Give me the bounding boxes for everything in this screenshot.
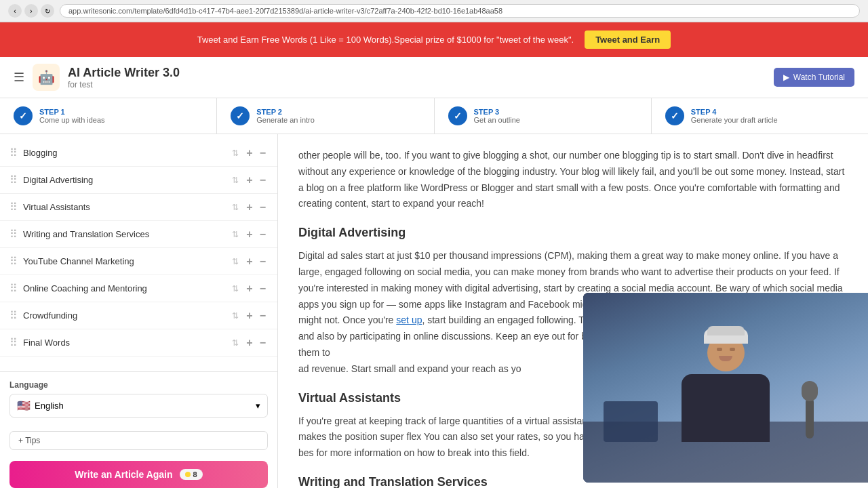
add-button[interactable]: +: [244, 147, 254, 159]
remove-button[interactable]: −: [258, 337, 268, 349]
token-count: 8: [193, 470, 197, 479]
language-value: English: [35, 401, 64, 411]
blogging-section: other people will be, too. If you want t…: [298, 148, 848, 212]
token-dot-icon: [185, 472, 191, 477]
drag-handle-icon: ⠿: [9, 309, 18, 322]
drag-handle-icon: ⠿: [9, 255, 18, 268]
sidebar-item-translation-services[interactable]: ⠿ Writing and Translation Services ⇅ + −: [0, 221, 277, 248]
write-again-button[interactable]: Write an Article Again 8: [9, 461, 268, 488]
step-2[interactable]: ✓ STEP 2 Generate an intro: [217, 98, 434, 134]
add-button[interactable]: +: [244, 310, 254, 322]
steps-bar: ✓ STEP 1 Come up with ideas ✓ STEP 2 Gen…: [0, 98, 868, 134]
add-button[interactable]: +: [244, 256, 254, 268]
watch-tutorial-button[interactable]: ▶ Watch Tutorial: [774, 68, 854, 87]
write-again-label: Write an Article Again: [75, 469, 172, 480]
drag-handle-icon: ⠿: [9, 174, 18, 186]
remove-button[interactable]: −: [258, 256, 268, 268]
flag-icon: 🇺🇸: [17, 399, 31, 412]
reorder-arrows: ⇅: [232, 148, 239, 158]
sidebar-item-youtube-marketing[interactable]: ⠿ YouTube Channel Marketing ⇅ + −: [0, 248, 277, 275]
sidebar-scroll: ⠿ Blogging ⇅ + − ⠿ Digital Advertising ⇅…: [0, 134, 277, 371]
step-3[interactable]: ✓ STEP 3 Get an outline: [435, 98, 652, 134]
blogging-para: other people will be, too. If you want t…: [298, 148, 848, 212]
banner-text: Tweet and Earn Free Words (1 Like = 100 …: [197, 35, 574, 45]
tips-button[interactable]: + Tips: [9, 431, 268, 450]
reorder-arrows: ⇅: [232, 311, 239, 321]
remove-button[interactable]: −: [258, 283, 268, 295]
app-title: AI Article Writer 3.0: [68, 66, 766, 80]
language-label: Language: [9, 380, 268, 390]
drag-handle-icon: ⠿: [9, 336, 18, 349]
sidebar-item-blogging[interactable]: ⠿ Blogging ⇅ + −: [0, 140, 277, 167]
content-area: other people will be, too. If you want t…: [278, 134, 868, 488]
top-banner: Tweet and Earn Free Words (1 Like = 100 …: [0, 22, 868, 57]
sidebar-item-crowdfunding[interactable]: ⠿ Crowdfunding ⇅ + −: [0, 302, 277, 329]
drag-handle-icon: ⠿: [9, 201, 18, 214]
add-button[interactable]: +: [244, 174, 254, 186]
language-section: Language 🇺🇸 English ▾: [0, 371, 277, 426]
drag-handle-icon: ⠿: [9, 228, 18, 241]
reorder-arrows: ⇅: [232, 176, 239, 185]
reorder-arrows: ⇅: [232, 230, 239, 239]
drag-handle-icon: ⠿: [9, 282, 18, 295]
item-actions: + −: [244, 147, 268, 159]
step-3-info: STEP 3 Get an outline: [474, 108, 521, 124]
browser-nav: ‹ › ↻: [8, 4, 54, 18]
language-select[interactable]: 🇺🇸 English ▾: [9, 394, 268, 418]
drag-handle-icon: ⠿: [9, 146, 18, 159]
sidebar-item-online-coaching[interactable]: ⠿ Online Coaching and Mentoring ⇅ + −: [0, 275, 277, 302]
video-overlay: [583, 293, 868, 483]
app-logo: 🤖: [33, 64, 60, 91]
remove-button[interactable]: −: [258, 201, 268, 214]
step-2-check: ✓: [231, 106, 250, 125]
step-3-check: ✓: [448, 106, 467, 125]
step-1[interactable]: ✓ STEP 1 Come up with ideas: [0, 98, 217, 134]
video-icon: ▶: [783, 73, 789, 82]
item-actions: + −: [244, 310, 268, 322]
sidebar: ⠿ Blogging ⇅ + − ⠿ Digital Advertising ⇅…: [0, 134, 278, 488]
sidebar-item-virtual-assistants[interactable]: ⠿ Virtual Assistants ⇅ + −: [0, 194, 277, 221]
sidebar-item-final-words[interactable]: ⠿ Final Words ⇅ + −: [0, 329, 277, 357]
back-button[interactable]: ‹: [8, 4, 22, 18]
remove-button[interactable]: −: [258, 310, 268, 322]
add-button[interactable]: +: [244, 283, 254, 295]
remove-button[interactable]: −: [258, 174, 268, 186]
app-header: ☰ 🤖 AI Article Writer 3.0 for test ▶ Wat…: [0, 57, 868, 98]
app-title-block: AI Article Writer 3.0 for test: [68, 66, 766, 89]
chevron-down-icon: ▾: [256, 401, 260, 411]
remove-button[interactable]: −: [258, 228, 268, 241]
token-badge: 8: [180, 469, 203, 480]
reorder-arrows: ⇅: [232, 203, 239, 212]
remove-button[interactable]: −: [258, 147, 268, 159]
video-person: [583, 293, 868, 483]
digital-advertising-heading: Digital Advertising: [298, 226, 848, 240]
step-4-check: ✓: [665, 106, 684, 125]
url-bar[interactable]: app.writesonic.com/template/6dfd4d1b-c41…: [60, 4, 860, 18]
reorder-arrows: ⇅: [232, 257, 239, 266]
step-1-info: STEP 1 Come up with ideas: [39, 108, 105, 124]
step-4-info: STEP 4 Generate your draft article: [691, 108, 778, 124]
item-actions: + −: [244, 256, 268, 268]
forward-button[interactable]: ›: [24, 4, 38, 18]
tweet-earn-button[interactable]: Tweet and Earn: [585, 30, 671, 49]
reorder-arrows: ⇅: [232, 284, 239, 293]
sidebar-item-digital-advertising[interactable]: ⠿ Digital Advertising ⇅ + −: [0, 167, 277, 194]
app-subtitle: for test: [68, 80, 766, 89]
language-display: 🇺🇸 English: [17, 399, 64, 412]
add-button[interactable]: +: [244, 228, 254, 241]
menu-icon[interactable]: ☰: [14, 70, 24, 85]
item-actions: + −: [244, 337, 268, 349]
add-button[interactable]: +: [244, 337, 254, 349]
step-4[interactable]: ✓ STEP 4 Generate your draft article: [652, 98, 868, 134]
add-button[interactable]: +: [244, 201, 254, 214]
reorder-arrows: ⇅: [232, 338, 239, 348]
setup-link[interactable]: set up: [396, 314, 422, 325]
browser-bar: ‹ › ↻ app.writesonic.com/template/6dfd4d…: [0, 0, 868, 22]
item-actions: + −: [244, 283, 268, 295]
item-actions: + −: [244, 228, 268, 241]
refresh-button[interactable]: ↻: [41, 4, 54, 18]
item-actions: + −: [244, 174, 268, 186]
step-1-check: ✓: [14, 106, 33, 125]
main-layout: ⠿ Blogging ⇅ + − ⠿ Digital Advertising ⇅…: [0, 134, 868, 488]
step-2-info: STEP 2 Generate an intro: [256, 108, 315, 124]
